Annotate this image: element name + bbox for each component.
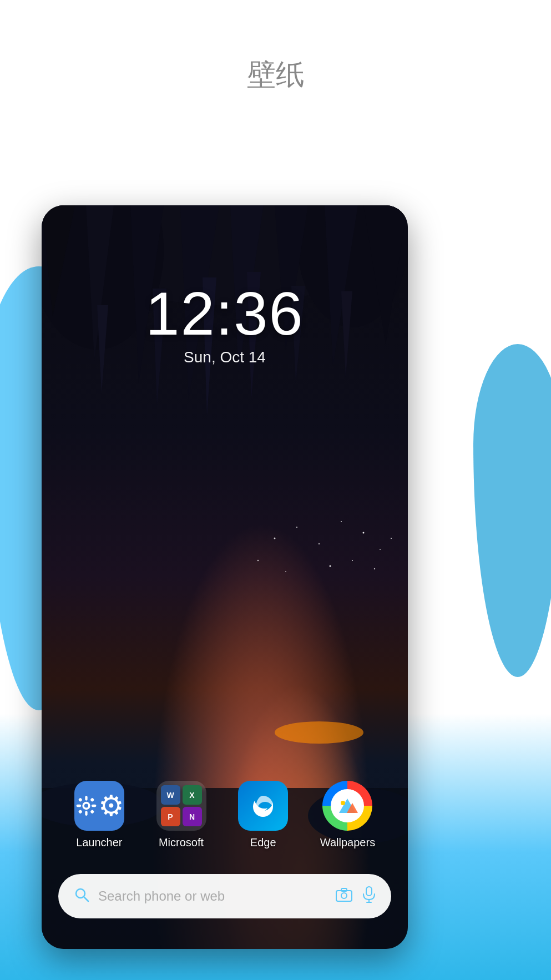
svg-point-19 bbox=[319, 543, 320, 544]
edge-logo bbox=[246, 789, 280, 822]
svg-rect-51 bbox=[341, 888, 347, 891]
ms-onenote-icon: N bbox=[183, 807, 202, 826]
svg-rect-37 bbox=[76, 805, 81, 807]
svg-point-34 bbox=[84, 804, 88, 807]
svg-point-23 bbox=[257, 560, 259, 561]
gear-icon bbox=[74, 789, 98, 822]
search-placeholder[interactable]: Search phone or web bbox=[98, 888, 327, 904]
svg-point-25 bbox=[330, 565, 331, 567]
ms-excel-icon: X bbox=[183, 785, 202, 805]
svg-rect-39 bbox=[78, 797, 83, 802]
app-microsoft[interactable]: W X P N Microsoft bbox=[156, 781, 206, 849]
ms-powerpoint-icon: P bbox=[161, 807, 180, 826]
phone-mockup: 12:36 Sun, Oct 14 bbox=[42, 205, 408, 949]
svg-rect-36 bbox=[85, 811, 87, 816]
launcher-icon[interactable] bbox=[74, 781, 124, 831]
blue-wave-right bbox=[473, 344, 551, 677]
svg-point-18 bbox=[296, 527, 297, 528]
svg-point-26 bbox=[352, 560, 353, 561]
app-launcher[interactable]: Launcher bbox=[74, 781, 124, 849]
svg-point-50 bbox=[341, 893, 347, 898]
svg-line-48 bbox=[84, 897, 89, 901]
edge-icon[interactable] bbox=[238, 781, 288, 831]
svg-point-21 bbox=[363, 532, 365, 534]
edge-label: Edge bbox=[250, 836, 276, 849]
svg-point-17 bbox=[274, 538, 276, 539]
app-icons-row: Launcher W X P N Microsoft Edge bbox=[42, 781, 408, 849]
page-title: 壁纸 bbox=[0, 55, 551, 94]
wallpapers-logo bbox=[335, 793, 360, 819]
wallpapers-icon[interactable] bbox=[322, 781, 372, 831]
svg-rect-38 bbox=[92, 805, 97, 807]
clock-date: Sun, Oct 14 bbox=[42, 348, 408, 366]
clock-area: 12:36 Sun, Oct 14 bbox=[42, 283, 408, 366]
svg-rect-41 bbox=[78, 810, 83, 814]
search-bar[interactable]: Search phone or web bbox=[58, 874, 391, 918]
clock-time: 12:36 bbox=[42, 283, 408, 344]
ms-word-icon: W bbox=[161, 785, 180, 805]
search-right-icons bbox=[336, 886, 376, 907]
svg-point-27 bbox=[374, 568, 375, 569]
svg-rect-52 bbox=[366, 887, 372, 896]
svg-point-29 bbox=[275, 721, 363, 744]
camera-icon[interactable] bbox=[336, 887, 352, 906]
svg-rect-40 bbox=[90, 797, 94, 802]
search-icon bbox=[74, 887, 89, 906]
microsoft-label: Microsoft bbox=[159, 836, 204, 849]
launcher-label: Launcher bbox=[76, 836, 122, 849]
wallpapers-label: Wallpapers bbox=[320, 836, 375, 849]
svg-point-28 bbox=[391, 538, 392, 539]
svg-point-20 bbox=[341, 521, 342, 522]
svg-point-46 bbox=[341, 801, 345, 805]
wallpapers-inner bbox=[331, 789, 364, 822]
app-edge[interactable]: Edge bbox=[238, 781, 288, 849]
svg-point-22 bbox=[380, 549, 381, 550]
voice-icon[interactable] bbox=[362, 886, 376, 907]
app-wallpapers[interactable]: Wallpapers bbox=[320, 781, 375, 849]
microsoft-icon[interactable]: W X P N bbox=[156, 781, 206, 831]
svg-point-47 bbox=[76, 889, 85, 898]
svg-point-24 bbox=[285, 571, 286, 572]
svg-rect-35 bbox=[85, 796, 87, 801]
svg-rect-49 bbox=[336, 891, 352, 901]
svg-rect-42 bbox=[90, 810, 94, 814]
